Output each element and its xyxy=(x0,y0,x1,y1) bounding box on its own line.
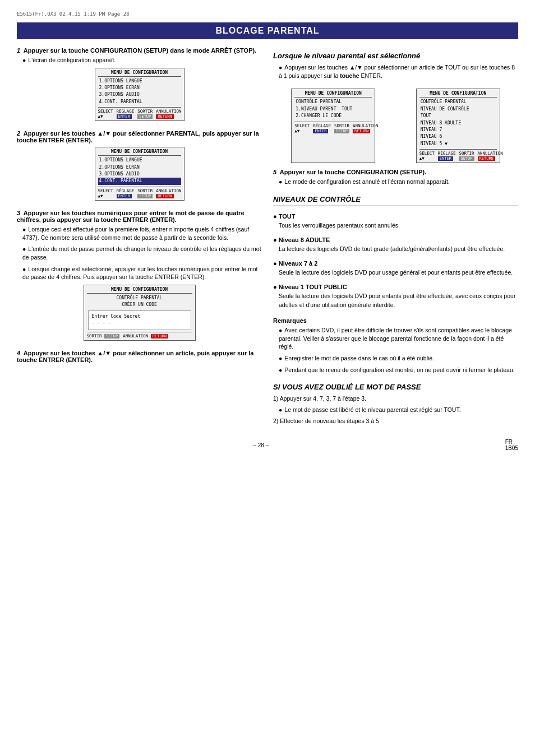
niveaux-title: NIVEAUX DE CONTRÔLE xyxy=(273,195,518,206)
remarque1: Avec certains DVD, il peut être difficil… xyxy=(279,326,518,351)
page-footer: – 28 – FR 1B05 xyxy=(17,439,518,451)
right-menu-left-title: MENU DE CONFIGURATION xyxy=(294,91,372,98)
step3-text: Appuyer sur les touches numériques pour … xyxy=(17,210,245,223)
menu1-item1: 1.OPTIONS LANGUE xyxy=(98,78,181,85)
right-menu-right-item2: NIVEAU 8 ADULTE xyxy=(419,120,497,127)
menu1-item2: 2.OPTIONS ECRAN xyxy=(98,85,181,91)
menu3-label: Entrer Code Secret xyxy=(91,313,188,320)
right-menu-right-item1: TOUT xyxy=(419,113,497,119)
footer-version: 1B05 xyxy=(505,445,518,451)
menu3-subtitle: CONTRÔLE PARENTAL xyxy=(87,295,192,302)
menu1-annulation: ANNULATION RETURN xyxy=(156,109,181,119)
menu3-title: MENU DE CONFIGURATION xyxy=(87,287,192,294)
right-menu-right-item4: NIVEAU 6 xyxy=(419,133,497,140)
step1-header: 1 Appuyer sur la touche CONFIGURATION (S… xyxy=(17,47,262,54)
footer-right: FR 1B05 xyxy=(505,439,518,451)
menu2-item3: 3.OPTIONS AUDIO xyxy=(98,171,181,178)
step1-section: 1 Appuyer sur la touche CONFIGURATION (S… xyxy=(17,47,262,124)
menu2-item2: 2.OPTIONS ECRAN xyxy=(98,164,181,171)
step5-bullet: Le mode de configuration est annulé et l… xyxy=(279,178,518,186)
remarque3: Pendant que le menu de configuration est… xyxy=(279,366,518,374)
right-section-title: Lorsque le niveau parental est sélection… xyxy=(273,52,518,60)
menu1-title: MENU DE CONFIGURATION xyxy=(98,70,181,77)
menu2-item1: 1.OPTIONS LANGUE xyxy=(98,157,181,164)
step2-number: 2 xyxy=(17,130,20,137)
menu2-item4: 4.CONT. PARENTAL xyxy=(98,178,181,184)
menu3-sub2: CRÉER UN CODE xyxy=(87,302,192,308)
step2-header: 2 Appuyer sur les touches ▲/▼ pour sélec… xyxy=(17,130,262,143)
step4-section: 4 Appuyer sur les touches ▲/▼ pour sélec… xyxy=(17,350,262,365)
right-menu-right-title: MENU DE CONFIGURATION xyxy=(419,91,497,98)
menu1-footer: SELECT ▲▼ RÉGLAGE ENTER SORTIR SETUP ANN… xyxy=(98,107,181,119)
menu3-footer: SORTIR SETUP ANNULATION RETURN xyxy=(87,332,192,338)
rm-left-select: SELECT ▲▼ xyxy=(294,123,310,133)
right-menu-left-item1: 1.NIVEAU PARENT TOUT xyxy=(294,106,372,113)
right-menu-left-sub: CONTRÔLE PARENTAL xyxy=(294,99,372,105)
step1-text: Appuyer sur la touche CONFIGURATION (SET… xyxy=(24,47,256,54)
step4-number: 4 xyxy=(17,350,20,356)
niveau1-section: Niveau 1 TOUT PUBLIC Seule la lecture de… xyxy=(273,280,518,312)
rm-left-sortir: SORTIR SETUP xyxy=(334,123,349,133)
menu3-dots: - - - - xyxy=(91,320,188,327)
rm-right-reglage: RÉGLAGE ENTER xyxy=(438,151,456,161)
header-text: E5615(Fr).QX3 02.4.15 1:19 PM Page 28 xyxy=(17,11,129,17)
rm-right-select: SELECT ▲▼ xyxy=(419,151,435,161)
footer-lang: FR xyxy=(505,439,513,445)
footer-page: – 28 – xyxy=(253,442,269,448)
step1-number: 1 xyxy=(17,47,20,54)
niveau8-text: La lecture des logiciels DVD de tout gra… xyxy=(279,245,518,253)
right-menu-left-item2: 2.CHANGER LE CODE xyxy=(294,113,372,119)
niveaux72-section: Niveaux 7 à 2 Seule la lecture des logic… xyxy=(273,257,518,280)
step3-number: 3 xyxy=(17,210,20,216)
step1-bullet: L'écran de configuration apparaît. xyxy=(22,56,262,64)
right-menu-left-footer: SELECT ▲▼ RÉGLAGE ENTER SORTIR SETUP ANN… xyxy=(294,122,372,133)
menus-side-by-side: MENU DE CONFIGURATION CONTRÔLE PARENTAL … xyxy=(273,85,518,166)
menu3-sortir: SORTIR SETUP xyxy=(87,333,120,338)
forgot-section: SI VOUS AVEZ OUBLIÉ LE MOT DE PASSE 1) A… xyxy=(273,383,518,428)
forgot2: 2) Effectuer de nouveau les étapes 3 à 5… xyxy=(273,417,518,425)
step3-bullet3: Lorsque change est sélectionné, appuyer … xyxy=(22,265,262,281)
step5-number: 5 xyxy=(273,169,276,175)
step5-text1: Appuyer sur la touche CONFIGURATION (SET… xyxy=(280,169,426,175)
menu2-footer: SELECT ▲▼ RÉGLAGE ENTER SORTIR SETUP ANN… xyxy=(98,187,181,198)
forgot-title: SI VOUS AVEZ OUBLIÉ LE MOT DE PASSE xyxy=(273,383,518,391)
tout-text: Tous les verrouillages parentaux sont an… xyxy=(279,221,518,230)
rm-right-sortir: SORTIR SETUP xyxy=(459,151,474,161)
right-column: Lorsque le niveau parental est sélection… xyxy=(273,47,518,428)
main-title: BLOCAGE PARENTAL xyxy=(17,22,518,39)
step3-section: 3 Appuyer sur les touches numériques pou… xyxy=(17,210,262,344)
step5-section: 5 Appuyer sur la touche CONFIGURATION (S… xyxy=(273,169,518,189)
niveau8-heading: Niveau 8 ADULTE xyxy=(273,236,518,243)
menu2-select: SELECT ▲▼ xyxy=(98,188,113,198)
menu1-item3: 3.OPTIONS AUDIO xyxy=(98,91,181,98)
right-menu-right: MENU DE CONFIGURATION CONTRÔLE PARENTAL … xyxy=(416,89,500,163)
right-menu-right-item5: NIVEAU 5 ▼ xyxy=(419,141,497,147)
right-menu-left: MENU DE CONFIGURATION CONTRÔLE PARENTAL … xyxy=(291,89,375,163)
step2-section: 2 Appuyer sur les touches ▲/▼ pour sélec… xyxy=(17,130,262,204)
menu2-title: MENU DE CONFIGURATION xyxy=(98,149,181,156)
step4-header: 4 Appuyer sur les touches ▲/▼ pour sélec… xyxy=(17,350,262,363)
rm-left-annulation: ANNULATION RETURN xyxy=(353,123,378,133)
step2-text: Appuyer sur les touches ▲/▼ pour sélecti… xyxy=(17,130,259,143)
left-column: 1 Appuyer sur la touche CONFIGURATION (S… xyxy=(17,47,262,428)
rm-right-annulation: ANNULATION RETURN xyxy=(478,151,503,161)
menu3-box: MENU DE CONFIGURATION CONTRÔLE PARENTAL … xyxy=(84,285,196,341)
menu1-box: MENU DE CONFIGURATION 1.OPTIONS LANGUE 2… xyxy=(95,68,185,122)
step3-header: 3 Appuyer sur les touches numériques pou… xyxy=(17,210,262,223)
right-menu-right-sub2: NIVEAU DE CONTRÔLE xyxy=(419,106,497,113)
forgot1: 1) Appuyer sur 4, 7, 3, 7 à l'étape 3. xyxy=(273,395,518,403)
menu1-sortir: SORTIR SETUP xyxy=(137,109,153,119)
right-bullet1: Appuyer sur les touches ▲/▼ pour sélecti… xyxy=(279,63,518,80)
niveaux72-text: Seule la lecture des logiciels DVD pour … xyxy=(279,268,518,277)
remarques-title: Remarques xyxy=(273,317,518,324)
step3-bullet2: L'entrée du mot de passe permet de chang… xyxy=(22,245,262,261)
niveau8-section: Niveau 8 ADULTE La lecture des logiciels… xyxy=(273,233,518,257)
right-menu-right-item3: NIVEAU 7 xyxy=(419,127,497,133)
niveau1-heading: Niveau 1 TOUT PUBLIC xyxy=(273,284,518,290)
forgot1-bullet: Le mot de passe est libéré et le niveau … xyxy=(279,406,518,414)
menu2-reglage: RÉGLAGE ENTER xyxy=(117,188,135,198)
menu2-box: MENU DE CONFIGURATION 1.OPTIONS LANGUE 2… xyxy=(95,147,185,201)
menu1-item4: 4.CONT. PARENTAL xyxy=(98,99,181,105)
menu2-sortir: SORTIR SETUP xyxy=(137,188,153,198)
step5-header: 5 Appuyer sur la touche CONFIGURATION (S… xyxy=(273,169,518,175)
